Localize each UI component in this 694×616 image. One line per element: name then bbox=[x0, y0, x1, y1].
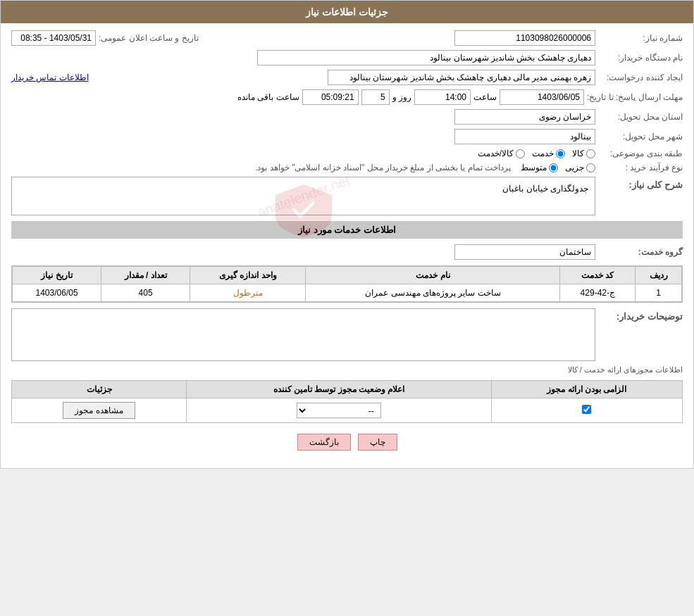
input-shomareNiaz[interactable] bbox=[454, 30, 595, 46]
label-motavaset: متوسط bbox=[521, 163, 547, 172]
noeFarayand-desc: پرداخت تمام یا بخشی از مبلغ خریداز محل "… bbox=[255, 163, 511, 172]
th-joziyat: جزئیات bbox=[12, 381, 187, 398]
input-mohlatErsal-mande[interactable] bbox=[302, 89, 359, 105]
cell-name: ساخت سایر پروژه‌های مهندسی عمران bbox=[306, 284, 560, 302]
tabaqe-radio-group: کالا خدمت کالا/خدمت bbox=[478, 149, 595, 158]
services-table-container: ردیف کد خدمت نام خدمت واحد اندازه گیری ت… bbox=[11, 265, 683, 303]
label-grohe-khedmat: گروه خدمت: bbox=[598, 247, 683, 257]
label-kala: کالا bbox=[572, 149, 584, 158]
row-tabaqe: طبقه بندی موضوعی: کالا خدمت کالا/خدمت bbox=[11, 149, 683, 158]
licenses-table-wrapper: الزامی بودن ارائه مجوز اعلام وضعیت مجوز … bbox=[11, 380, 683, 423]
input-namDastgah[interactable] bbox=[257, 50, 595, 65]
noeFarayand-radio-group: جزیی متوسط bbox=[521, 163, 595, 172]
input-grohe-khedmat[interactable] bbox=[454, 244, 595, 260]
label-saat: ساعت bbox=[473, 92, 497, 102]
btn-bazgasht[interactable]: بازگشت bbox=[297, 434, 351, 451]
input-mohlatErsal-roz[interactable] bbox=[361, 89, 390, 105]
label-ostan: استان محل تحویل: bbox=[598, 112, 683, 122]
row-shomareNiaz: شماره نیاز: تاریخ و ساعت اعلان عمومی: bbox=[11, 30, 683, 46]
label-tabaqe: طبقه بندی موضوعی: bbox=[598, 149, 683, 158]
cell-radif: 1 bbox=[636, 284, 682, 302]
input-ostan[interactable] bbox=[454, 109, 595, 125]
licenses-title: اطلاعات مجوزهای ارائه خدمت / کالا bbox=[568, 365, 683, 374]
cell-ealam: -- bbox=[187, 398, 492, 423]
row-ijadKonande: ایجاد کننده درخواست: اطلاعات تماس خریدار bbox=[11, 70, 683, 85]
checkbox-elzami[interactable] bbox=[582, 405, 591, 414]
cell-joziyat: مشاهده مجوز bbox=[12, 398, 187, 423]
label-ijadKonande: ایجاد کننده درخواست: bbox=[598, 73, 683, 82]
radio-kala-input[interactable] bbox=[586, 149, 595, 158]
radio-motavaset-input[interactable] bbox=[549, 163, 558, 172]
textarea-tosehat[interactable] bbox=[16, 313, 591, 355]
th-tarikh: تاریخ نیاز bbox=[13, 267, 101, 284]
row-mohlatErsal: مهلت ارسال پاسخ: تا تاریخ: ساعت روز و سا… bbox=[11, 89, 683, 105]
desc-box-tosehat bbox=[11, 308, 595, 361]
page-title: جزئیات اطلاعات نیاز bbox=[306, 6, 388, 18]
licenses-subtitle: اطلاعات مجوزهای ارائه خدمت / کالا bbox=[11, 365, 683, 375]
label-tarikh: تاریخ و ساعت اعلان عمومی: bbox=[99, 33, 199, 43]
th-name: نام خدمت bbox=[306, 267, 560, 284]
table-row: 1 ج-42-429 ساخت سایر پروژه‌های مهندسی عم… bbox=[13, 284, 682, 302]
cell-kod: ج-42-429 bbox=[560, 284, 636, 302]
th-vahed: واحد اندازه گیری bbox=[190, 267, 306, 284]
select-ealam[interactable]: -- bbox=[297, 403, 381, 418]
th-tedad: تعداد / مقدار bbox=[101, 267, 190, 284]
label-mohlatErsal: مهلت ارسال پاسخ: تا تاریخ: bbox=[587, 92, 683, 102]
services-section-title: اطلاعات خدمات مورد نیاز bbox=[11, 221, 683, 239]
label-mande: ساعت باقی مانده bbox=[237, 92, 299, 102]
content-area: شماره نیاز: تاریخ و ساعت اعلان عمومی: نا… bbox=[1, 23, 693, 468]
label-kala-khedmat: کالا/خدمت bbox=[478, 149, 514, 158]
cell-elzami bbox=[491, 398, 682, 423]
label-namDastgah: نام دستگاه خریدار: bbox=[598, 53, 683, 63]
input-mohlatErsal-saat[interactable] bbox=[414, 89, 471, 105]
buttons-row: چاپ بازگشت bbox=[11, 434, 683, 451]
page-wrapper: جزئیات اطلاعات نیاز شماره نیاز: تاریخ و … bbox=[0, 0, 694, 469]
radio-khedmat-input[interactable] bbox=[556, 149, 565, 158]
row-noeFarayand: نوع فرآیند خرید : جزیی متوسط پرداخت تمام… bbox=[11, 163, 683, 172]
row-ostan: استان محل تحویل: bbox=[11, 109, 683, 125]
sharh-value: جدولگذاری خیابان باغبان bbox=[500, 181, 591, 196]
cell-tedad: 405 bbox=[101, 284, 190, 302]
cell-tarikh: 1403/06/05 bbox=[13, 284, 101, 302]
cell-vahed: مترطول bbox=[190, 284, 306, 302]
link-ettelaat[interactable]: اطلاعات تماس خریدار bbox=[11, 73, 89, 82]
th-radif: ردیف bbox=[636, 267, 682, 284]
radio-kala: کالا bbox=[572, 149, 595, 158]
licenses-table: الزامی بودن ارائه مجوز اعلام وضعیت مجوز … bbox=[11, 380, 683, 423]
row-namDastgah: نام دستگاه خریدار: bbox=[11, 50, 683, 65]
label-khedmat: خدمت bbox=[532, 149, 554, 158]
row-shahr: شهر محل تحویل: bbox=[11, 129, 683, 144]
input-ijadKonande[interactable] bbox=[328, 70, 595, 85]
label-tosehat: توضیحات خریدار: bbox=[598, 308, 683, 322]
label-roz: روز و bbox=[392, 92, 411, 102]
label-shomareNiaz: شماره نیاز: bbox=[598, 33, 683, 43]
btn-moshahedeH[interactable]: مشاهده مجوز bbox=[63, 402, 135, 419]
input-mohlatErsal-date[interactable] bbox=[500, 89, 584, 105]
desc-box-sharh: جدولگذاری خیابان باغبان anatelender.net bbox=[11, 177, 595, 215]
input-tarikh[interactable] bbox=[11, 30, 96, 46]
radio-motavaset: متوسط bbox=[521, 163, 558, 172]
label-jezvi: جزیی bbox=[565, 163, 584, 172]
services-table: ردیف کد خدمت نام خدمت واحد اندازه گیری ت… bbox=[12, 266, 682, 302]
label-sharh: شرح کلی نیاز: bbox=[598, 177, 683, 190]
page-header: جزئیات اطلاعات نیاز bbox=[1, 1, 693, 23]
license-row: -- مشاهده مجوز bbox=[12, 398, 683, 423]
th-ealam: اعلام وضعیت مجوز توسط تامین کننده bbox=[187, 381, 492, 398]
label-noeFarayand: نوع فرآیند خرید : bbox=[598, 163, 683, 172]
radio-jezvi-input[interactable] bbox=[586, 163, 595, 172]
radio-khedmat: خدمت bbox=[532, 149, 565, 158]
row-grohe-khedmat: گروه خدمت: bbox=[11, 244, 683, 260]
th-kod: کد خدمت bbox=[560, 267, 636, 284]
btn-chap[interactable]: چاپ bbox=[358, 434, 397, 451]
input-shahr[interactable] bbox=[454, 129, 595, 144]
radio-kala-khedmat: کالا/خدمت bbox=[478, 149, 525, 158]
label-shahr: شهر محل تحویل: bbox=[598, 132, 683, 142]
th-elzami: الزامی بودن ارائه مجوز bbox=[491, 381, 682, 398]
row-tosehat: توضیحات خریدار: bbox=[11, 308, 683, 361]
row-sharh: شرح کلی نیاز: جدولگذاری خیابان باغبان an… bbox=[11, 177, 683, 215]
radio-kala-khedmat-input[interactable] bbox=[516, 149, 525, 158]
watermark-text: anatelender.net bbox=[255, 172, 352, 220]
radio-jezvi: جزیی bbox=[565, 163, 595, 172]
